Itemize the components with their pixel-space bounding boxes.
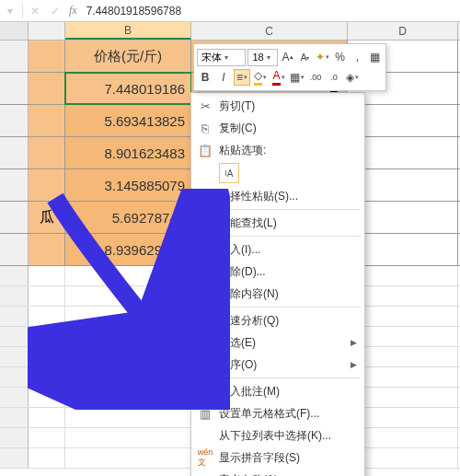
row-number[interactable] xyxy=(0,169,29,201)
decimal-inc-button[interactable]: .00 xyxy=(307,69,324,86)
font-size-selector[interactable]: 18▾ xyxy=(247,49,278,66)
analysis-icon: ▤ xyxy=(195,311,215,330)
menu-insert-comment[interactable]: ✉插入批注(M) xyxy=(191,380,364,402)
merge-button[interactable]: ▦ xyxy=(367,49,383,65)
menu-separator xyxy=(217,307,361,308)
header-cell-price[interactable]: 价格(元/斤) xyxy=(65,41,191,72)
col-header-C[interactable]: C xyxy=(191,22,348,40)
row-number[interactable] xyxy=(0,202,29,233)
menu-smart-find[interactable]: 🔍智能查找(L) xyxy=(191,212,364,234)
increase-font-button[interactable]: A▴ xyxy=(280,49,295,65)
menu-separator xyxy=(217,377,361,378)
pinyin-icon: wén文 xyxy=(195,448,215,467)
menu-separator xyxy=(217,236,361,237)
menu-format-cells[interactable]: ▥设置单元格格式(F)... xyxy=(191,402,364,424)
decrease-font-button[interactable]: A▾ xyxy=(297,49,313,65)
font-color-button[interactable]: A▾ xyxy=(270,69,287,86)
context-menu: ✂剪切(T) ⎘复制(C) 📋粘贴选项: IA 选择性粘贴(S)... 🔍智能查… xyxy=(190,92,365,476)
align-button[interactable]: ≡▾ xyxy=(234,69,250,86)
bold-button[interactable]: B xyxy=(197,69,213,86)
cell[interactable]: 5.693413825 xyxy=(65,105,191,136)
row-number[interactable] xyxy=(0,137,29,168)
cell[interactable] xyxy=(29,169,65,201)
row-number[interactable] xyxy=(0,105,29,136)
percent-button[interactable]: % xyxy=(332,49,348,65)
formula-bar: ▾ ✕ ✓ fx 7.44801918596788 xyxy=(0,0,460,22)
chevron-down-icon: ▾ xyxy=(224,53,228,62)
copy-icon: ⎘ xyxy=(195,119,215,137)
format-painter-button[interactable]: ✦▾ xyxy=(315,49,330,65)
cell[interactable]: 8.939629854 xyxy=(65,234,191,265)
chevron-right-icon: ▶ xyxy=(351,360,357,369)
row-number[interactable] xyxy=(0,234,29,265)
menu-define-name[interactable]: 定义名称(A)... xyxy=(191,469,364,476)
italic-button[interactable]: I xyxy=(215,69,232,86)
font-selector[interactable]: 宋体▾ xyxy=(197,49,246,66)
cell[interactable] xyxy=(29,234,65,265)
comma-button[interactable]: , xyxy=(350,49,365,65)
row-number[interactable] xyxy=(0,41,29,72)
mini-toolbar: 宋体▾ 18▾ A▴ A▾ ✦▾ % , ▦ B I ≡▾ ◇▾ A▾ ▦▾ .… xyxy=(193,43,386,91)
cancel-icon: ✕ xyxy=(25,1,45,21)
menu-filter[interactable]: 筛选(E)▶ xyxy=(191,331,364,354)
menu-sort[interactable]: 排序(O)▶ xyxy=(191,354,364,376)
divider xyxy=(22,4,23,18)
menu-copy[interactable]: ⎘复制(C) xyxy=(191,117,364,139)
cell[interactable]: 瓜 xyxy=(29,202,65,233)
cell[interactable] xyxy=(29,73,65,104)
font-size-label: 18 xyxy=(252,52,263,63)
paste-option-row: IA xyxy=(191,161,364,185)
scissors-icon: ✂ xyxy=(195,97,215,115)
comment-icon: ✉ xyxy=(195,382,215,401)
paste-values-button[interactable]: IA xyxy=(219,163,239,183)
cell[interactable]: 8.901623483 xyxy=(65,137,191,168)
cell[interactable]: 3.145885079 xyxy=(65,169,191,201)
col-header-D[interactable]: D xyxy=(348,22,458,40)
cell[interactable] xyxy=(29,105,65,136)
styles-button[interactable]: ◈▾ xyxy=(344,69,361,86)
chevron-down-icon: ▾ xyxy=(267,53,270,62)
menu-show-pinyin[interactable]: wén文显示拼音字段(S) xyxy=(191,447,364,469)
row-number[interactable] xyxy=(0,73,29,104)
clipboard-icon: 📋 xyxy=(195,141,215,159)
cell[interactable] xyxy=(29,137,65,168)
font-name-label: 宋体 xyxy=(201,51,222,64)
search-icon: 🔍 xyxy=(195,214,215,232)
fill-color-button[interactable]: ◇▾ xyxy=(252,69,269,86)
chevron-right-icon: ▶ xyxy=(351,338,357,347)
cell[interactable]: 5.69278743 xyxy=(65,202,191,233)
menu-quick-analysis[interactable]: ▤快速分析(Q) xyxy=(191,309,364,331)
menu-pick-list[interactable]: 从下拉列表中选择(K)... xyxy=(191,424,364,447)
menu-delete[interactable]: 删除(D)... xyxy=(191,261,364,283)
name-box-dropdown[interactable]: ▾ xyxy=(0,1,20,21)
decimal-dec-button[interactable]: .0 xyxy=(326,69,342,86)
border-button[interactable]: ▦▾ xyxy=(289,69,305,86)
col-header-B[interactable]: B xyxy=(65,22,191,40)
col-header-A[interactable] xyxy=(29,22,65,40)
format-icon: ▥ xyxy=(195,404,215,423)
menu-paste-special[interactable]: 选择性粘贴(S)... xyxy=(191,185,364,207)
select-all-corner[interactable] xyxy=(0,22,29,40)
menu-insert[interactable]: 插入(I)... xyxy=(191,238,364,261)
column-headers: B C D xyxy=(0,22,460,41)
cell[interactable] xyxy=(29,41,65,72)
active-cell[interactable]: 7.448019186 xyxy=(65,73,191,104)
confirm-icon: ✓ xyxy=(45,1,65,21)
fx-icon[interactable]: fx xyxy=(69,4,77,17)
menu-clear[interactable]: 清除内容(N) xyxy=(191,283,364,305)
menu-separator xyxy=(217,209,361,210)
menu-cut[interactable]: ✂剪切(T) xyxy=(191,95,364,117)
formula-value[interactable]: 7.44801918596788 xyxy=(81,5,181,17)
menu-paste-options: 📋粘贴选项: xyxy=(191,139,364,161)
